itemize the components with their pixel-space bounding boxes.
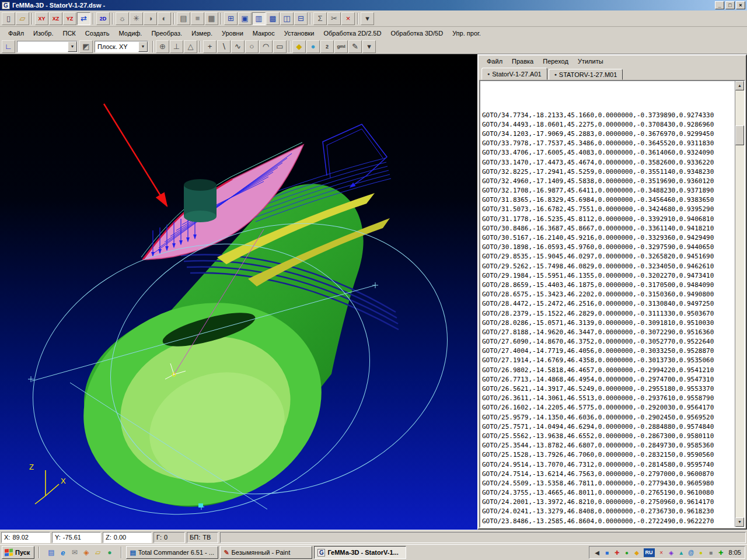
gcode-line[interactable]: GOTO/31.5073,-16.6782,45.7551,0.0000000,… (482, 205, 735, 214)
layers-icon[interactable]: ▦ (205, 12, 218, 25)
scroll-up-icon[interactable]: ▲ (735, 81, 744, 90)
gcode-line[interactable]: GOTO/26.3611,-14.3061,46.5513,0.0000000,… (482, 394, 735, 403)
new-file-icon[interactable]: ▯ (2, 12, 15, 25)
solid-icon[interactable]: ● (306, 40, 320, 53)
render-icon[interactable]: ✳ (130, 12, 143, 25)
gcode-line[interactable]: GOTO/25.5562,-13.9638,46.6552,0.0000000,… (482, 432, 735, 441)
attach-icon[interactable]: ⊕ (156, 40, 169, 53)
gcode-line[interactable]: GOTO/28.8659,-15.4403,46.1875,0.0000000,… (482, 281, 735, 290)
title-bar[interactable]: G ГеММа-3D - StatorV-1-27.dsw - _ □ × (0, 0, 747, 10)
gcode-line[interactable]: GOTO/24.2001,-13.3972,46.8210,0.0000000,… (482, 498, 735, 507)
ie-icon[interactable]: e (58, 548, 68, 558)
menu-item[interactable]: Создать (81, 28, 114, 38)
gcode-line[interactable]: GOTO/26.5621,-14.3917,46.5249,0.0000000,… (482, 384, 735, 394)
table-icon[interactable]: ▥ (252, 12, 266, 25)
curve-icon[interactable]: ∿ (231, 40, 245, 53)
gcode-line[interactable]: GOTO/24.5509,-13.5358,46.7811,0.0000000,… (482, 479, 735, 488)
gcode-line[interactable]: GOTO/23.8486,-13.2585,46.8604,0.0000000,… (482, 517, 735, 526)
menu-item[interactable]: Обработка 2D/2.5D (319, 28, 386, 38)
mail-icon[interactable]: ✉ (69, 548, 79, 558)
menu-item[interactable]: Уровни (217, 28, 248, 38)
gcode-line[interactable]: GOTO/29.8535,-15.9045,46.0297,0.0000000,… (482, 252, 735, 261)
menu-item[interactable]: Обработка 3D/5D (386, 28, 448, 38)
menu-item[interactable]: Упр. прог. (448, 28, 486, 38)
scroll-down-icon[interactable]: ▼ (735, 517, 744, 527)
gcode-line[interactable]: GOTO/26.1602,-14.2205,46.5775,0.0000000,… (482, 403, 735, 412)
gcode-line[interactable]: GOTO/28.0286,-15.0571,46.3139,0.0000000,… (482, 318, 735, 328)
gcode-line[interactable]: GOTO/25.3544,-13.8782,46.6807,0.0000000,… (482, 441, 735, 450)
surface-icon[interactable]: ◆ (292, 40, 306, 53)
gcode-line[interactable]: GOTO/30.1898,-16.0593,45.9760,0.0000000,… (482, 243, 735, 252)
menu-item[interactable]: Установки (280, 28, 319, 38)
tray-icon-7[interactable]: ◈ (667, 550, 676, 556)
line-icon[interactable]: ∖ (217, 40, 231, 53)
gcode-line[interactable]: GOTO/33.7978,-17.7537,45.3486,0.0000000,… (482, 139, 735, 148)
editor-scrollbar[interactable]: ▲ ▼ (735, 81, 744, 527)
editor-menu-item[interactable]: Файл (482, 57, 507, 66)
restore-button[interactable]: □ (725, 1, 735, 9)
start-button[interactable]: Пуск (2, 546, 34, 559)
media-player-icon[interactable]: ◈ (81, 548, 91, 558)
point-icon[interactable]: + (203, 40, 217, 53)
view-xy-button[interactable]: XY (35, 12, 48, 25)
editor-menu-item[interactable]: Правка (507, 57, 538, 66)
ucs-icon[interactable]: ∟ (2, 40, 15, 53)
tray-icon-2[interactable]: ■ (603, 550, 612, 556)
editor-menu-item[interactable]: Утилиты (573, 57, 608, 66)
grid-icon[interactable]: ⊞ (224, 12, 238, 25)
pin-icon[interactable]: ⊥ (170, 40, 183, 53)
gcode-line[interactable]: GOTO/24.0241,-13.3279,46.8408,0.0000000,… (482, 507, 735, 516)
gcode-line[interactable]: GOTO/27.1914,-14.6769,46.4358,0.0000000,… (482, 356, 735, 365)
language-indicator[interactable]: RU (644, 548, 655, 557)
chevron-down-icon[interactable]: ▼ (138, 41, 148, 52)
tray-icon-12[interactable]: ✚ (717, 550, 725, 556)
gcode-line[interactable]: GOTO/28.2379,-15.1522,46.2829,0.0000000,… (482, 309, 735, 318)
delete-icon[interactable]: × (341, 12, 355, 25)
gcode-line[interactable]: GOTO/25.7571,-14.0494,46.6294,0.0000000,… (482, 422, 735, 432)
menu-item[interactable]: ПСК (58, 28, 80, 38)
gcode-line[interactable]: GOTO/26.9802,-14.5818,46.4657,0.0000000,… (482, 366, 735, 375)
tray-icon-9[interactable]: @ (687, 550, 696, 556)
menu-item[interactable]: Преобраз. (146, 28, 187, 38)
gcode-line[interactable]: GOTO/32.8225,-17.2941,45.5259,0.0000000,… (482, 167, 735, 177)
gml-icon[interactable]: gml (334, 40, 348, 53)
shade-icon[interactable]: ☼ (116, 12, 129, 25)
calc-icon[interactable]: ⊟ (294, 12, 308, 25)
view-rotate-button[interactable]: ⇄ (77, 12, 90, 25)
toolbar-more-icon[interactable]: ▾ (361, 12, 374, 25)
tray-icon-4[interactable]: ● (623, 550, 631, 556)
menu-item[interactable]: Файл (4, 28, 29, 38)
gcode-line[interactable]: GOTO/24.7514,-13.6214,46.7563,0.0000000,… (482, 470, 735, 479)
gcode-line[interactable]: GOTO/23.6730,-13.1892,46.8800,0.0000000,… (482, 526, 735, 527)
edit-icon[interactable]: ✎ (348, 40, 362, 53)
material-icon[interactable]: ◐ (158, 12, 171, 25)
tray-icon-6[interactable]: × (657, 550, 666, 556)
gcode-line[interactable]: GOTO/29.5262,-15.7498,46.0829,0.0000000,… (482, 262, 735, 271)
rect-icon[interactable]: ▭ (273, 40, 287, 53)
3d-viewport[interactable]: Z X (0, 54, 477, 530)
editor-menu-item[interactable]: Переход (538, 57, 573, 66)
minimize-button[interactable]: _ (715, 1, 724, 9)
mark-icon[interactable]: △ (184, 40, 197, 53)
panel-icon[interactable]: ◫ (280, 12, 294, 25)
gcode-line[interactable]: GOTO/28.4472,-15.2472,46.2516,0.0000000,… (482, 299, 735, 309)
tray-icon-3[interactable]: ✚ (613, 550, 622, 556)
tray-icon-5[interactable]: ◆ (633, 550, 641, 556)
app-shortcut-icon[interactable]: ● (104, 548, 114, 558)
cells-icon[interactable]: ▩ (266, 12, 280, 25)
gcode-line[interactable]: GOTO/34.4493,-18.0601,45.2275,0.0000000,… (482, 120, 735, 130)
gcode-text[interactable]: GOTO/34.7734,-18.2133,45.1660,0.0000000,… (480, 81, 735, 527)
light-icon[interactable]: ◑ (144, 12, 157, 25)
show-desktop-icon[interactable]: ▤ (46, 548, 56, 558)
view-xz-button[interactable]: XZ (49, 12, 62, 25)
clip-icon[interactable]: ✂ (327, 12, 341, 25)
scrollbar-track[interactable] (735, 90, 744, 517)
tray-icon-10[interactable]: ● (697, 550, 706, 556)
ucs-combobox[interactable]: ▼ (17, 41, 78, 52)
gcode-line[interactable]: GOTO/34.7734,-18.2133,45.1660,0.0000000,… (482, 111, 735, 120)
circle-icon[interactable]: ○ (245, 40, 259, 53)
gcode-line[interactable]: GOTO/27.6090,-14.8670,46.3752,0.0000000,… (482, 337, 735, 346)
gcode-line[interactable]: GOTO/31.1778,-16.5235,45.8112,0.0000000,… (482, 215, 735, 224)
tray-icon-8[interactable]: ▲ (677, 550, 686, 556)
window-icon[interactable]: ▣ (238, 12, 252, 25)
